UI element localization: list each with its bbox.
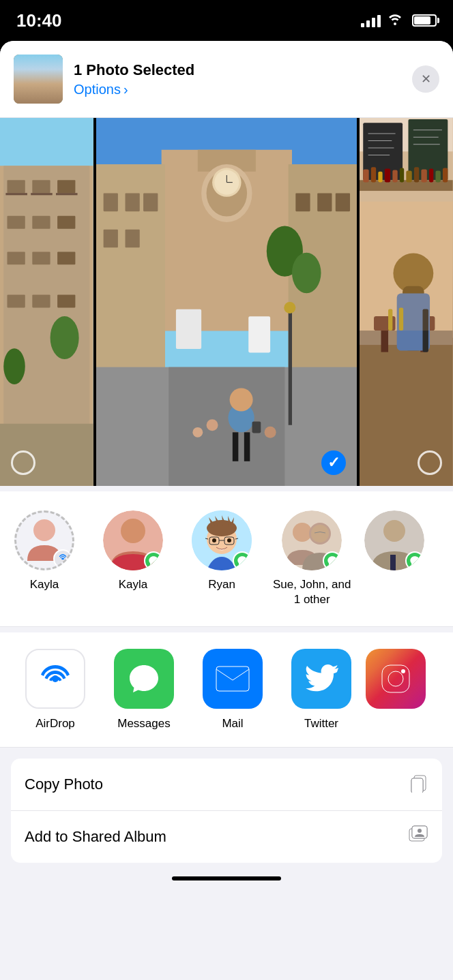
svg-rect-7 bbox=[32, 216, 50, 229]
options-label[interactable]: Options bbox=[74, 82, 121, 97]
photo-bg-3 bbox=[360, 118, 453, 486]
svg-point-96 bbox=[33, 519, 55, 541]
close-icon: ✕ bbox=[421, 72, 431, 87]
svg-rect-6 bbox=[8, 216, 25, 229]
svg-rect-39 bbox=[125, 230, 139, 248]
status-time: 10:40 bbox=[16, 10, 62, 31]
copy-photo-row[interactable]: Copy Photo bbox=[11, 759, 442, 811]
contact-avatar-ryan bbox=[192, 510, 252, 570]
contacts-section: Kayla Kayla bbox=[0, 491, 453, 627]
share-header: 1 Photo Selected Options › ✕ bbox=[0, 41, 453, 118]
svg-rect-17 bbox=[56, 193, 78, 195]
svg-rect-4 bbox=[32, 180, 50, 193]
home-indicator bbox=[0, 868, 453, 886]
photo-item-2[interactable] bbox=[96, 118, 357, 486]
svg-point-116 bbox=[293, 523, 312, 542]
svg-rect-77 bbox=[407, 171, 412, 183]
photo-selected-title: 1 Photo Selected bbox=[74, 61, 194, 79]
photo-item-3[interactable] bbox=[360, 118, 453, 486]
svg-rect-94 bbox=[388, 309, 392, 331]
app-twitter[interactable]: Twitter bbox=[277, 649, 366, 731]
status-bar: 10:40 bbox=[0, 0, 453, 41]
svg-point-46 bbox=[229, 388, 252, 411]
contact-ryan[interactable]: Ryan bbox=[177, 505, 266, 613]
photo-item-1[interactable] bbox=[0, 118, 93, 486]
separator-1 bbox=[0, 486, 453, 491]
svg-rect-8 bbox=[57, 216, 75, 229]
svg-rect-124 bbox=[382, 665, 409, 692]
selection-circle-3[interactable] bbox=[418, 450, 442, 475]
svg-point-55 bbox=[206, 419, 218, 431]
app-name-airdrop: AirDrop bbox=[35, 717, 75, 731]
svg-rect-74 bbox=[385, 168, 390, 182]
photo-bg-2 bbox=[96, 118, 357, 486]
close-button[interactable]: ✕ bbox=[412, 65, 439, 93]
contact-avatar-kayla-messages bbox=[103, 510, 163, 570]
status-icons bbox=[361, 13, 437, 29]
contact-kayla-airdrop[interactable]: Kayla bbox=[0, 505, 89, 613]
svg-point-118 bbox=[311, 525, 329, 542]
messages-badge-icon bbox=[148, 555, 159, 566]
separator-3 bbox=[0, 748, 453, 753]
svg-rect-38 bbox=[103, 230, 117, 248]
svg-point-57 bbox=[192, 427, 203, 438]
separator-2 bbox=[0, 627, 453, 632]
selection-circle-1[interactable] bbox=[11, 450, 35, 475]
svg-rect-13 bbox=[32, 294, 50, 307]
svg-rect-10 bbox=[32, 251, 50, 264]
svg-rect-82 bbox=[443, 168, 448, 182]
svg-rect-80 bbox=[429, 168, 433, 182]
svg-rect-93 bbox=[360, 202, 453, 331]
battery-icon bbox=[412, 14, 437, 27]
svg-rect-95 bbox=[399, 307, 403, 331]
svg-rect-76 bbox=[400, 168, 404, 182]
svg-rect-79 bbox=[422, 170, 427, 183]
svg-rect-86 bbox=[381, 331, 389, 352]
app-name-mail: Mail bbox=[222, 717, 243, 731]
svg-rect-49 bbox=[176, 309, 201, 349]
svg-point-99 bbox=[121, 519, 145, 543]
svg-rect-15 bbox=[5, 193, 27, 195]
selected-photo-thumbnail bbox=[14, 55, 63, 104]
svg-rect-40 bbox=[295, 194, 310, 212]
messages-badge-kayla bbox=[144, 551, 163, 570]
svg-rect-72 bbox=[371, 167, 376, 182]
svg-rect-129 bbox=[411, 778, 423, 793]
app-instagram[interactable] bbox=[366, 649, 426, 731]
app-mail[interactable]: Mail bbox=[188, 649, 277, 731]
svg-point-54 bbox=[292, 253, 321, 294]
options-chevron: › bbox=[123, 82, 128, 97]
share-header-left: 1 Photo Selected Options › bbox=[14, 55, 194, 104]
options-link[interactable]: Options › bbox=[74, 82, 194, 97]
svg-rect-44 bbox=[169, 367, 284, 486]
thumbnail-image bbox=[14, 55, 63, 104]
add-shared-album-label: Add to Shared Album bbox=[25, 828, 166, 846]
svg-point-114 bbox=[227, 538, 231, 542]
svg-rect-121 bbox=[390, 555, 396, 570]
instagram-icon-svg bbox=[379, 662, 413, 696]
svg-point-113 bbox=[212, 538, 216, 542]
share-sheet: 1 Photo Selected Options › ✕ bbox=[0, 41, 453, 980]
svg-point-56 bbox=[264, 427, 276, 438]
actions-section: Copy Photo Add to Shared Album bbox=[11, 759, 442, 863]
app-messages[interactable]: Messages bbox=[100, 649, 188, 731]
messages-badge-group bbox=[323, 551, 342, 570]
airdrop-app-icon bbox=[25, 649, 85, 709]
svg-rect-123 bbox=[216, 667, 249, 691]
contact-group[interactable]: Sue, John, and1 other bbox=[266, 505, 357, 613]
svg-rect-78 bbox=[414, 167, 419, 182]
contact-partial[interactable] bbox=[357, 505, 431, 613]
contact-avatar-group bbox=[282, 510, 342, 570]
add-shared-album-row[interactable]: Add to Shared Album bbox=[11, 811, 442, 863]
home-bar bbox=[172, 876, 281, 881]
photo-svg-2 bbox=[96, 118, 357, 486]
instagram-app-icon bbox=[366, 649, 426, 709]
svg-rect-37 bbox=[143, 194, 158, 212]
svg-point-120 bbox=[383, 520, 405, 542]
svg-point-19 bbox=[3, 348, 25, 384]
app-airdrop[interactable]: AirDrop bbox=[11, 649, 100, 731]
svg-rect-48 bbox=[244, 432, 250, 461]
copy-photo-icon bbox=[409, 772, 428, 797]
contact-kayla-messages[interactable]: Kayla bbox=[89, 505, 177, 613]
contact-avatar-kayla-airdrop bbox=[14, 510, 74, 570]
